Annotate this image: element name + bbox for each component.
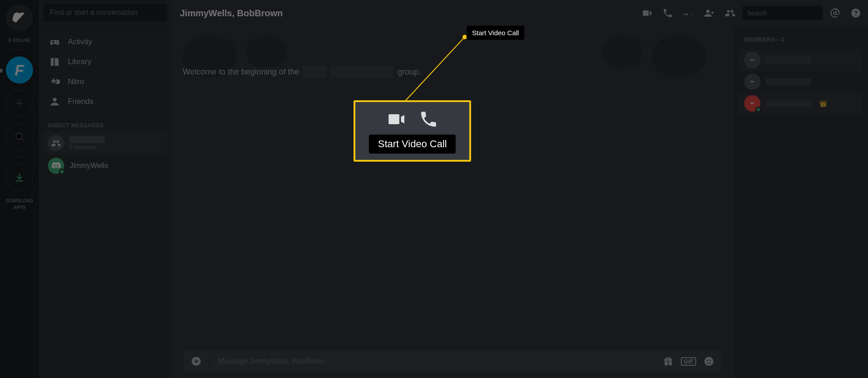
annotation-leader-line bbox=[0, 0, 868, 378]
annotation-zoom-box: Start Video Call bbox=[354, 100, 471, 162]
tooltip-start-video-call: Start Video Call bbox=[467, 26, 524, 40]
phone-icon bbox=[419, 109, 439, 129]
svg-line-5 bbox=[405, 37, 465, 102]
annotation-zoom-tooltip: Start Video Call bbox=[369, 135, 456, 154]
video-icon bbox=[386, 109, 406, 129]
